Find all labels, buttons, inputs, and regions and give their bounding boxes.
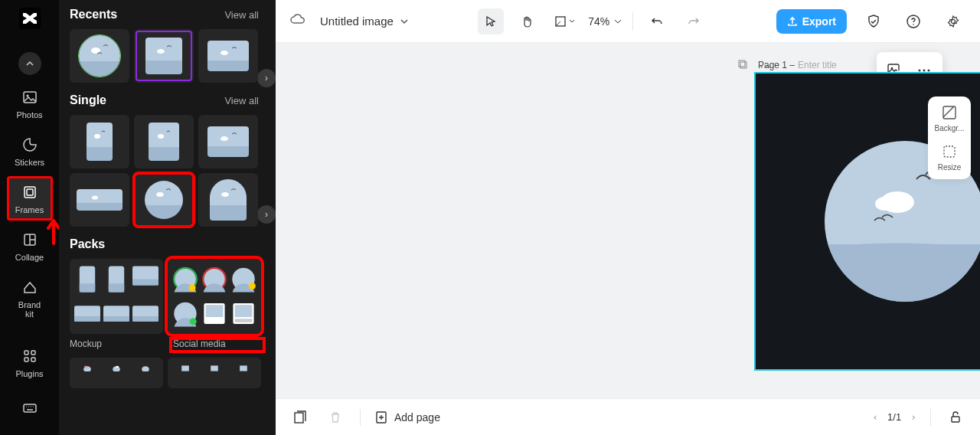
frame-thumb-circle[interactable]: [134, 173, 194, 227]
pack-item[interactable]: [70, 358, 163, 388]
page-title-input[interactable]: Enter title: [798, 60, 837, 70]
canvas-viewport[interactable]: Page 1 – Enter title ⋯ ⋯: [276, 43, 980, 398]
rail-item-collage[interactable]: Collage: [7, 224, 53, 268]
svg-line-81: [556, 21, 560, 26]
resize-tool[interactable]: Resize: [938, 143, 962, 172]
settings-icon[interactable]: [940, 8, 966, 34]
rail-item-photos[interactable]: Photos: [7, 81, 53, 126]
document-title[interactable]: Untitled image: [320, 15, 409, 28]
zoom-level[interactable]: 74%: [588, 15, 622, 28]
rail-item-brandkit[interactable]: Brand kit: [7, 271, 53, 325]
export-icon: [787, 16, 798, 27]
frame-thumb[interactable]: [134, 115, 194, 168]
help-icon[interactable]: [900, 8, 926, 34]
section-recents: Recents View all: [70, 8, 270, 83]
svg-rect-77: [181, 365, 189, 371]
shield-icon[interactable]: [861, 8, 887, 34]
svg-point-37: [92, 196, 98, 200]
frame-thumb-selected[interactable]: [134, 29, 194, 83]
tool-label: Resize: [938, 163, 962, 172]
svg-rect-78: [211, 365, 218, 371]
app-logo[interactable]: [19, 8, 41, 29]
redo-button[interactable]: [681, 8, 707, 34]
rail-label: Collage: [15, 253, 44, 262]
svg-rect-45: [80, 283, 95, 292]
rail-item-stickers[interactable]: Stickers: [7, 129, 53, 173]
svg-point-34: [220, 136, 228, 141]
app-root: Photos Stickers Frames Collage Brand kit: [0, 0, 980, 435]
pack-social-media[interactable]: [168, 259, 261, 334]
svg-rect-70: [235, 305, 253, 317]
svg-point-76: [142, 366, 149, 371]
svg-rect-96: [944, 146, 955, 157]
rail-item-plugins[interactable]: Plugins: [7, 340, 53, 384]
add-page-label: Add page: [394, 411, 440, 424]
undo-button[interactable]: [644, 8, 670, 34]
export-button[interactable]: Export: [776, 9, 847, 34]
chevron-down-icon: [400, 17, 409, 26]
view-all-link[interactable]: View all: [224, 95, 259, 106]
rail-item-keyboard[interactable]: [7, 392, 53, 427]
svg-rect-51: [74, 316, 100, 322]
main-area: Untitled image 74%: [276, 0, 980, 435]
frame-thumb[interactable]: [70, 29, 129, 83]
rail-collapse-button[interactable]: [18, 52, 41, 75]
svg-point-43: [221, 192, 229, 197]
hand-tool[interactable]: [514, 8, 541, 34]
cursor-tool[interactable]: [478, 8, 504, 34]
view-all-link[interactable]: View all: [224, 9, 259, 21]
frame-thumb[interactable]: [70, 173, 129, 227]
frame-thumb[interactable]: [198, 115, 258, 168]
svg-rect-0: [24, 92, 36, 103]
svg-point-58: [189, 284, 196, 291]
svg-rect-41: [210, 179, 247, 205]
svg-point-83: [913, 24, 914, 25]
chevron-up-icon: [25, 59, 34, 68]
section-title: Single: [70, 93, 106, 107]
page-indicator: 1/1: [887, 411, 901, 423]
svg-line-95: [943, 106, 954, 117]
svg-point-31: [158, 134, 164, 139]
next-page-button[interactable]: ›: [910, 411, 916, 423]
section-title: Packs: [70, 237, 105, 251]
background-icon: [941, 104, 958, 121]
pages-panel-button[interactable]: [289, 407, 311, 428]
duplicate-page-icon[interactable]: [737, 58, 749, 74]
collage-icon: [21, 231, 38, 248]
section-packs: Packs: [70, 237, 270, 388]
svg-rect-47: [109, 283, 124, 292]
frame-thumb[interactable]: [198, 29, 258, 83]
svg-rect-35: [77, 189, 122, 203]
svg-rect-71: [235, 319, 253, 322]
svg-rect-29: [149, 123, 179, 147]
rail-label: Frames: [15, 205, 44, 214]
svg-point-84: [952, 19, 956, 23]
title-text: Untitled image: [320, 15, 394, 28]
capcut-logo-icon: [21, 9, 39, 28]
frame-thumb[interactable]: [198, 173, 258, 227]
svg-rect-24: [207, 61, 249, 71]
add-page-button[interactable]: Add page: [374, 410, 440, 424]
svg-rect-18: [79, 61, 120, 77]
svg-rect-17: [79, 35, 120, 61]
svg-rect-2: [24, 187, 35, 198]
prev-page-button[interactable]: ‹: [872, 411, 878, 423]
background-tool[interactable]: Backgr...: [935, 104, 965, 132]
cloud-sync-icon[interactable]: [289, 11, 306, 31]
rail-item-frames[interactable]: Frames: [7, 176, 53, 221]
pack-item[interactable]: [168, 358, 261, 388]
svg-rect-39: [145, 205, 183, 219]
svg-rect-85: [739, 61, 745, 67]
chevron-down-icon: [614, 18, 622, 25]
page-more-icon[interactable]: ⋯: [760, 59, 773, 74]
svg-rect-94: [943, 106, 956, 119]
lock-button[interactable]: [945, 407, 966, 428]
crop-tool[interactable]: [551, 8, 577, 34]
svg-rect-11: [24, 404, 36, 412]
rail-label: Brand kit: [18, 300, 41, 319]
brandkit-icon: [21, 279, 38, 296]
frame-thumb[interactable]: [70, 115, 129, 168]
svg-point-75: [116, 366, 119, 368]
pack-mockup[interactable]: [70, 259, 163, 334]
pack-label: Mockup: [70, 339, 163, 352]
